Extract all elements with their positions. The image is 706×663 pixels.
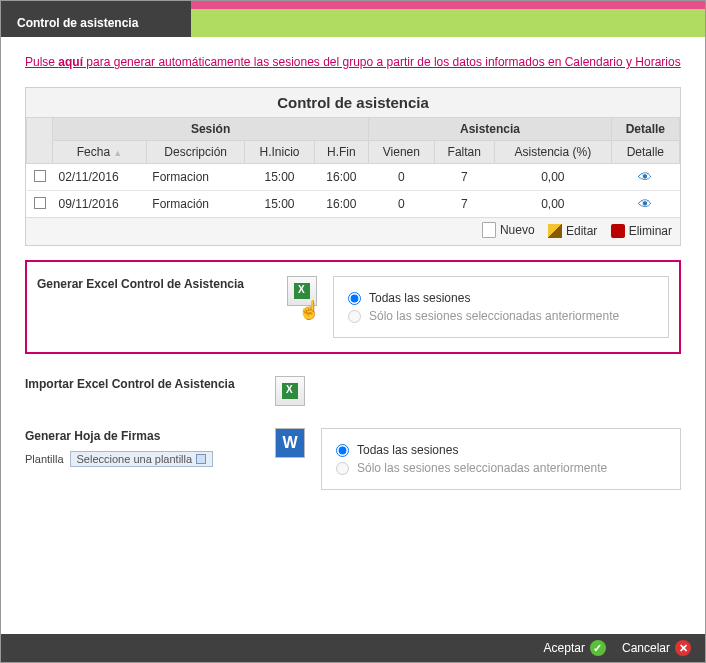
excel-icon <box>282 383 298 399</box>
cancel-button[interactable]: Cancelar ✕ <box>622 640 691 656</box>
link-prefix: Pulse <box>25 55 58 69</box>
generate-excel-label: Generar Excel Control de Asistencia <box>37 276 287 293</box>
cell-hfin: 16:00 <box>314 164 369 191</box>
plantilla-select[interactable]: Seleccione una plantilla <box>70 451 214 467</box>
import-excel-label: Importar Excel Control de Asistencia <box>25 376 275 393</box>
cell-vienen: 0 <box>369 164 434 191</box>
col-hfin[interactable]: H.Fin <box>314 141 369 164</box>
col-hinicio[interactable]: H.Inicio <box>245 141 314 164</box>
cell-hinicio: 15:00 <box>245 191 314 218</box>
cell-hinicio: 15:00 <box>245 164 314 191</box>
radio-all-sessions[interactable]: Todas las sesiones <box>348 291 654 305</box>
col-asistencia-pct[interactable]: Asistencia (%) <box>494 141 611 164</box>
cursor-pointer-icon: ☝ <box>298 299 320 321</box>
row-checkbox[interactable] <box>34 170 46 182</box>
sort-asc-icon: ▲ <box>113 148 122 158</box>
cell-descripcion: Formacion <box>146 164 245 191</box>
eye-icon[interactable]: 👁 <box>638 196 652 212</box>
eye-icon[interactable]: 👁 <box>638 169 652 185</box>
row-checkbox[interactable] <box>34 197 46 209</box>
file-icon <box>482 222 496 238</box>
col-detalle: Detalle <box>611 141 679 164</box>
col-group-asistencia: Asistencia <box>369 118 612 141</box>
attendance-table: Control de asistencia Sesión Asistencia … <box>25 87 681 246</box>
new-button[interactable]: Nuevo <box>482 222 535 238</box>
close-icon: ✕ <box>675 640 691 656</box>
check-icon: ✓ <box>590 640 606 656</box>
pencil-icon <box>548 224 562 238</box>
accept-button[interactable]: Aceptar ✓ <box>544 640 606 656</box>
col-descripcion[interactable]: Descripción <box>146 141 245 164</box>
link-suffix: para generar automáticamente las sesione… <box>83 55 681 69</box>
link-bold: aquí <box>58 55 83 69</box>
col-fecha[interactable]: Fecha▲ <box>53 141 147 164</box>
radio-all-sessions-firmas[interactable]: Todas las sesiones <box>336 443 666 457</box>
generate-excel-button[interactable]: ☝ <box>287 276 317 306</box>
edit-button[interactable]: Editar <box>548 224 597 238</box>
import-excel-button[interactable] <box>275 376 305 406</box>
col-group-sesion: Sesión <box>53 118 369 141</box>
generate-signatures-label: Generar Hoja de Firmas <box>25 428 275 445</box>
cell-fecha: 09/11/2016 <box>53 191 147 218</box>
generate-signatures-button[interactable]: W <box>275 428 305 458</box>
cell-pct: 0,00 <box>494 164 611 191</box>
col-faltan[interactable]: Faltan <box>434 141 494 164</box>
table-row[interactable]: 09/11/2016 Formación 15:00 16:00 0 7 0,0… <box>27 191 680 218</box>
cell-vienen: 0 <box>369 191 434 218</box>
cell-faltan: 7 <box>434 191 494 218</box>
cell-faltan: 7 <box>434 164 494 191</box>
col-group-detalle: Detalle <box>611 118 679 141</box>
table-row[interactable]: 02/11/2016 Formacion 15:00 16:00 0 7 0,0… <box>27 164 680 191</box>
table-title: Control de asistencia <box>26 88 680 117</box>
col-vienen[interactable]: Vienen <box>369 141 434 164</box>
trash-icon <box>611 224 625 238</box>
page-title: Control de asistencia <box>1 9 191 37</box>
auto-generate-sessions-link[interactable]: Pulse aquí para generar automáticamente … <box>25 55 681 69</box>
cell-pct: 0,00 <box>494 191 611 218</box>
delete-button[interactable]: Eliminar <box>611 224 672 238</box>
cell-fecha: 02/11/2016 <box>53 164 147 191</box>
radio-selected-sessions-firmas[interactable]: Sólo las sesiones seleccionadas anterior… <box>336 461 666 475</box>
word-icon: W <box>282 434 297 452</box>
excel-icon <box>294 283 310 299</box>
cell-hfin: 16:00 <box>314 191 369 218</box>
plantilla-label: Plantilla <box>25 453 64 465</box>
cell-descripcion: Formación <box>146 191 245 218</box>
dropdown-icon <box>196 454 206 464</box>
radio-selected-sessions[interactable]: Sólo las sesiones seleccionadas anterior… <box>348 309 654 323</box>
